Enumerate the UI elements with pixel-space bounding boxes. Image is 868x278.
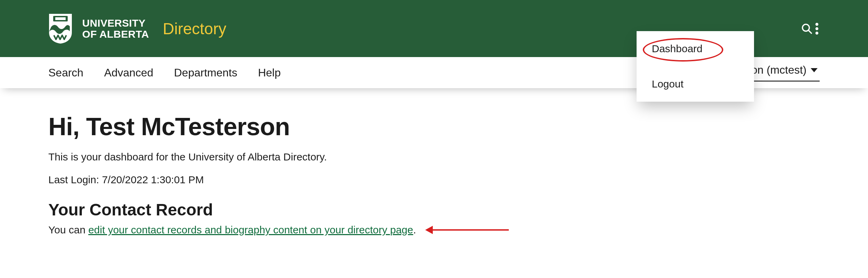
arrow-head-icon — [425, 226, 433, 234]
page-content: Hi, Test McTesterson This is your dashbo… — [0, 88, 868, 236]
last-login: Last Login: 7/20/2022 1:30:01 PM — [48, 174, 820, 186]
annotation-arrow — [425, 226, 509, 234]
nav-left: Search Advanced Departments Help — [48, 66, 281, 79]
svg-rect-1 — [55, 17, 66, 20]
nav-advanced[interactable]: Advanced — [104, 66, 153, 79]
svg-line-3 — [808, 30, 812, 34]
chevron-down-icon — [811, 68, 818, 72]
dropdown-dashboard[interactable]: Dashboard — [637, 31, 754, 66]
user-dropdown: Dashboard Logout — [637, 31, 754, 102]
nav-departments[interactable]: Departments — [174, 66, 237, 79]
page-intro: This is your dashboard for the Universit… — [48, 151, 820, 163]
header-tools — [801, 23, 820, 35]
search-icon[interactable] — [801, 23, 813, 35]
institution-line2: OF ALBERTA — [82, 29, 149, 40]
last-login-label: Last Login: — [48, 174, 102, 185]
arrow-line — [433, 229, 509, 231]
app-title[interactable]: Directory — [163, 19, 226, 38]
institution-name: UNIVERSITY OF ALBERTA — [82, 18, 149, 39]
record-prefix: You can — [48, 224, 88, 235]
contact-record-line: You can edit your contact records and bi… — [48, 224, 820, 236]
record-suffix: . — [413, 224, 416, 235]
institution-line1: UNIVERSITY — [82, 18, 149, 29]
svg-point-6 — [815, 31, 819, 35]
more-icon[interactable] — [814, 23, 820, 35]
brand-link[interactable]: UNIVERSITY OF ALBERTA — [48, 13, 149, 44]
svg-point-2 — [802, 24, 809, 31]
dropdown-logout[interactable]: Logout — [637, 66, 754, 102]
nav-help[interactable]: Help — [258, 66, 281, 79]
svg-point-5 — [815, 27, 819, 30]
uofa-shield-icon — [48, 13, 73, 44]
edit-contact-link[interactable]: edit your contact records and biography … — [88, 224, 413, 235]
svg-point-4 — [815, 23, 819, 26]
contact-record-heading: Your Contact Record — [48, 200, 820, 219]
nav-search[interactable]: Search — [48, 66, 83, 79]
last-login-value: 7/20/2022 1:30:01 PM — [102, 174, 204, 185]
page-title: Hi, Test McTesterson — [48, 112, 820, 141]
